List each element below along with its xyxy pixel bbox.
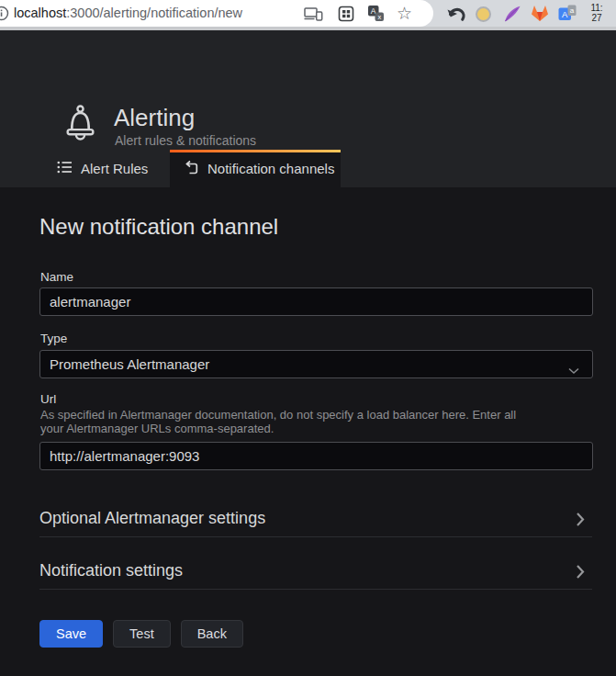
svg-text:a: a xyxy=(570,6,575,15)
page-header: Alerting Alert rules & notifications Ale… xyxy=(0,30,616,187)
url-text[interactable]: localhost:3000/alerting/notification/new xyxy=(14,6,242,20)
bookmark-star-icon[interactable]: ☆ xyxy=(397,2,412,26)
clock-minutes: 27 xyxy=(591,13,601,23)
active-tab-accent xyxy=(170,150,341,152)
svg-text:x: x xyxy=(377,13,381,21)
page-subtitle: Alert rules & notifications xyxy=(115,133,256,148)
back-button[interactable]: Back xyxy=(181,620,243,648)
browser-toolbar: localhost:3000/alerting/notification/new… xyxy=(0,0,616,27)
tab-notification-channels-label: Notification channels xyxy=(207,161,334,176)
test-button[interactable]: Test xyxy=(113,620,171,648)
feather-extension-icon[interactable] xyxy=(503,5,521,23)
chevron-right-icon xyxy=(576,512,585,532)
gitlab-extension-icon[interactable] xyxy=(531,5,549,22)
tab-alert-rules[interactable]: Alert Rules xyxy=(39,150,162,187)
button-row: Save Test Back xyxy=(39,620,243,648)
tab-notification-channels[interactable]: Notification channels xyxy=(170,150,341,187)
section-optional-alertmanager-settings[interactable]: Optional Alertmanager settings xyxy=(39,501,592,537)
url-description: As specified in Alertmanager documentati… xyxy=(40,409,532,435)
address-bar[interactable]: localhost:3000/alerting/notification/new… xyxy=(0,0,433,27)
send-to-device-icon[interactable] xyxy=(304,7,323,21)
url-label: Url xyxy=(40,392,56,406)
clock-extension[interactable]: 11: 27 xyxy=(585,4,609,23)
apps-grid-icon[interactable] xyxy=(338,6,354,22)
list-icon xyxy=(57,161,73,176)
chevron-down-icon xyxy=(568,362,579,377)
page-content: New notification channel Name Type Prome… xyxy=(0,187,616,676)
tab-alert-rules-label: Alert Rules xyxy=(81,161,148,176)
url-input[interactable] xyxy=(39,442,593,470)
clock-hours: 11: xyxy=(590,3,602,13)
notification-channels-icon xyxy=(184,160,199,177)
browser-bottom-border xyxy=(0,27,616,30)
circle-extension-icon[interactable] xyxy=(476,6,491,22)
type-label: Type xyxy=(40,332,67,345)
google-translate-icon[interactable]: Aa xyxy=(558,5,577,23)
type-select-value: Prometheus Alertmanager xyxy=(50,356,209,372)
page-title-header: Alerting xyxy=(114,104,195,132)
type-select[interactable]: Prometheus Alertmanager xyxy=(39,350,593,378)
section-notification-label: Notification settings xyxy=(39,561,183,580)
undo-extension-icon[interactable] xyxy=(446,6,466,23)
translate-extension-icon[interactable]: Ax xyxy=(367,5,385,22)
url-host: localhost xyxy=(14,6,66,20)
name-label: Name xyxy=(40,270,73,284)
save-button[interactable]: Save xyxy=(39,620,103,648)
name-input[interactable] xyxy=(39,287,593,316)
svg-text:A: A xyxy=(562,9,568,19)
url-path: :3000/alerting/notification/new xyxy=(66,6,242,20)
section-notification-settings[interactable]: Notification settings xyxy=(39,553,592,590)
form-title: New notification channel xyxy=(39,214,278,240)
page-info-icon[interactable] xyxy=(0,6,9,21)
alerting-bell-icon xyxy=(63,104,97,148)
chevron-right-icon xyxy=(576,564,585,584)
section-optional-label: Optional Alertmanager settings xyxy=(39,509,265,528)
